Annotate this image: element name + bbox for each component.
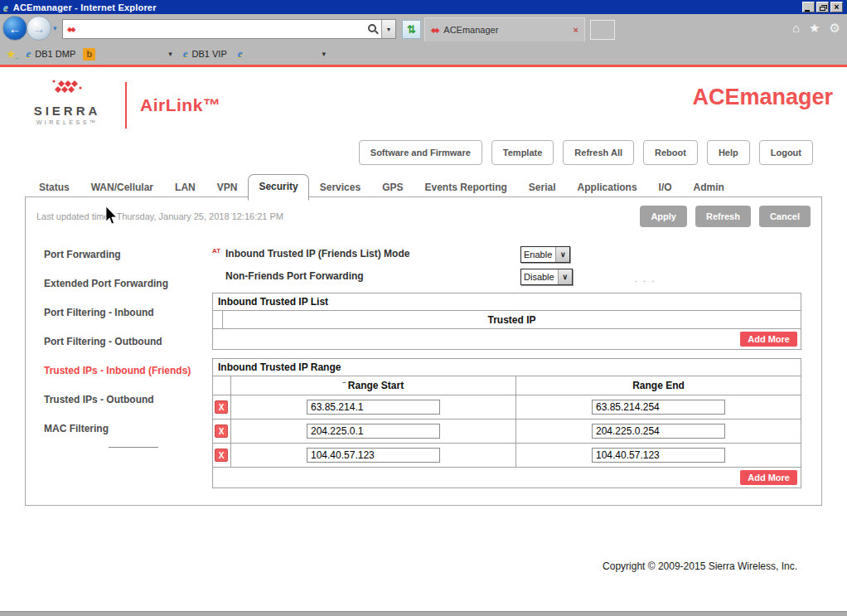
tab-wan-cellular[interactable]: WAN/Cellular — [80, 176, 164, 200]
delete-row-button[interactable]: X — [215, 400, 228, 414]
bing-icon[interactable]: b — [83, 48, 95, 61]
favorite-db1-vip[interactable]: e DB1 VIP — [183, 47, 227, 61]
trusted-ip-column-header: Trusted IP — [223, 311, 801, 328]
ie-favicon-icon: e — [27, 47, 31, 61]
add-more-button[interactable]: Add More — [740, 470, 797, 485]
favorite-label: DB1 VIP — [192, 49, 227, 59]
sidebar-item-trusted-ips-inbound[interactable]: Trusted IPs - Inbound (Friends) — [44, 356, 191, 385]
range-end-input[interactable] — [592, 400, 725, 415]
selected-value: Disable — [521, 269, 558, 284]
range-end-input[interactable] — [592, 424, 725, 439]
tab-close-icon[interactable]: × — [574, 25, 578, 35]
tab-events-reporting[interactable]: Events Reporting — [414, 176, 518, 200]
browser-tab[interactable]: ◆◆ ACEmanager × — [424, 17, 585, 41]
chevron-down-icon: ∨ — [555, 247, 569, 262]
acemanager-page: SIERRA WIRELESS™ AirLink™ ACEmanager Sof… — [0, 67, 847, 611]
favorite-folder-dropdown-icon[interactable]: ▾ — [322, 50, 327, 58]
sidebar-item-trusted-ips-outbound[interactable]: Trusted IPs - Outbound — [44, 385, 154, 414]
window-titlebar: e ACEmanager - Internet Explorer — [0, 0, 847, 14]
table-footer-row: Add More — [213, 468, 801, 487]
ie-logo-icon: e — [3, 2, 8, 12]
forward-button[interactable]: → — [27, 16, 51, 41]
home-icon[interactable]: ⌂ — [792, 21, 800, 36]
tab-status[interactable]: Status — [28, 176, 80, 200]
sidebar-item-mac-filtering[interactable]: MAC Filtering — [44, 414, 109, 443]
inbound-trusted-ip-list-table: Inbound Trusted IP List Trusted IP Add M… — [212, 293, 801, 350]
minimize-icon — [805, 10, 810, 12]
favorite-folder-dropdown-icon[interactable]: ▾ — [168, 50, 172, 58]
ie-favicon-icon[interactable]: e — [238, 47, 243, 61]
table-footer-row: Add More — [213, 329, 801, 349]
cancel-button[interactable]: Cancel — [759, 206, 811, 227]
sidebar-item-port-forwarding[interactable]: Port Forwarding — [44, 240, 121, 269]
tab-serial[interactable]: Serial — [518, 176, 567, 200]
tab-admin[interactable]: Admin — [683, 176, 735, 200]
at-command-marker: AT — [212, 247, 220, 255]
table-title: Inbound Trusted IP Range — [213, 359, 801, 376]
range-start-cell — [231, 395, 516, 419]
main-content: AT Inbound Trusted IP (Friends List) Mod… — [212, 235, 821, 488]
delete-row-button[interactable]: X — [215, 449, 228, 462]
tab-vpn[interactable]: VPN — [206, 176, 249, 200]
favorites-star-icon[interactable]: ★ — [809, 21, 820, 36]
header-marker: ‾ — [343, 381, 346, 390]
refresh-compatibility-button[interactable]: ⇅ — [402, 20, 421, 39]
add-more-button[interactable]: Add More — [740, 332, 797, 347]
refresh-button[interactable]: Refresh — [695, 206, 751, 227]
ellipsis-text: . . . — [635, 274, 656, 284]
search-icon[interactable] — [367, 23, 379, 35]
tab-security[interactable]: Security — [248, 174, 308, 201]
sierra-brand: SIERRA WIRELESS™ — [21, 77, 114, 129]
tab-services[interactable]: Services — [309, 176, 371, 200]
browser-navbar: ← → ▾ ◆◆ ▼ ⇅ ◆◆ ACEmanager × ⌂ ★ ⚙ — [0, 14, 847, 43]
sierra-wireless-logo: SIERRA WIRELESS™ AirLink™ — [21, 77, 220, 129]
tab-gps[interactable]: GPS — [371, 176, 414, 200]
site-favicon: ◆◆ — [67, 26, 74, 33]
back-button[interactable]: ← — [2, 16, 27, 41]
range-start-column-header: ‾Range Start — [231, 376, 516, 395]
tab-applications[interactable]: Applications — [567, 176, 648, 200]
table-title: Inbound Trusted IP List — [213, 293, 801, 311]
minimize-button[interactable] — [802, 2, 815, 12]
add-favorite-icon[interactable]: ★ → — [6, 47, 17, 61]
range-end-input[interactable] — [592, 448, 725, 463]
selected-value: Enable — [521, 247, 555, 262]
apply-button[interactable]: Apply — [640, 206, 687, 227]
delete-column-header — [213, 311, 223, 328]
non-friends-port-forwarding-select[interactable]: Disable ∨ — [520, 269, 573, 285]
help-button[interactable]: Help — [707, 140, 750, 165]
delete-row-button[interactable]: X — [215, 424, 228, 438]
browser-action-icons: ⌂ ★ ⚙ — [792, 21, 840, 36]
field-label: Inbound Trusted IP (Friends List) Mode — [225, 248, 409, 259]
address-dropdown-icon[interactable]: ▼ — [381, 20, 395, 38]
software-and-firmware-button[interactable]: Software and Firmware — [359, 140, 482, 165]
chevron-down-icon: ∨ — [558, 269, 572, 284]
tab-io[interactable]: I/O — [648, 176, 683, 200]
range-start-input[interactable] — [307, 424, 440, 439]
new-tab-button[interactable] — [590, 20, 615, 40]
restore-button[interactable] — [816, 2, 829, 12]
tab-lan[interactable]: LAN — [164, 176, 206, 200]
sidebar-item-port-filtering-outbound[interactable]: Port Filtering - Outbound — [44, 327, 162, 356]
refresh-all-button[interactable]: Refresh All — [563, 140, 634, 165]
copyright-text: Copyright © 2009-2015 Sierra Wireless, I… — [603, 560, 797, 572]
panel-header: Last updated time : Thursday, January 25… — [26, 197, 821, 235]
inbound-trusted-ip-mode-select[interactable]: Enable ∨ — [520, 246, 570, 263]
favorite-db1-dmp[interactable]: e DB1 DMP — [27, 47, 76, 61]
close-button[interactable]: × — [830, 2, 843, 12]
address-bar[interactable]: ◆◆ ▼ — [62, 19, 396, 39]
field-label: Non-Friends Port Forwarding — [225, 270, 364, 282]
template-button[interactable]: Template — [491, 140, 554, 165]
history-dropdown-icon[interactable]: ▾ — [53, 24, 57, 32]
favorite-label: DB1 DMP — [35, 49, 75, 59]
settings-gear-icon[interactable]: ⚙ — [830, 21, 840, 36]
sidebar-item-port-filtering-inbound[interactable]: Port Filtering - Inbound — [44, 298, 154, 327]
sidebar-item-extended-port-forwarding[interactable]: Extended Port Forwarding — [44, 269, 168, 298]
range-start-input[interactable] — [307, 400, 440, 415]
sierra-diamonds-icon — [48, 77, 86, 99]
field-inbound-trusted-ip-mode: AT Inbound Trusted IP (Friends List) Mod… — [212, 248, 801, 270]
range-start-input[interactable] — [307, 448, 440, 463]
logout-button[interactable]: Logout — [759, 140, 813, 165]
reboot-button[interactable]: Reboot — [643, 140, 698, 165]
window-controls: × — [802, 2, 843, 12]
